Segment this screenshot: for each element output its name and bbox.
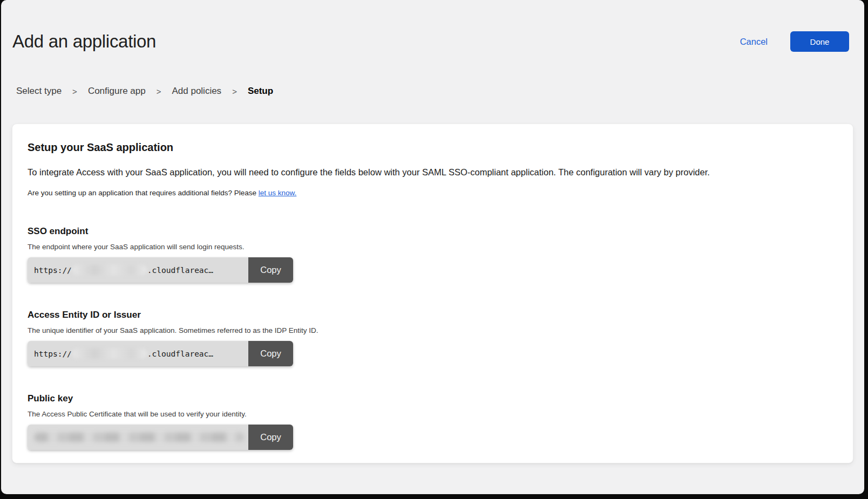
breadcrumb-step-select-type[interactable]: Select type bbox=[16, 86, 62, 97]
redacted-value bbox=[72, 348, 147, 359]
access-entity-id-section: Access Entity ID or Issuer The unique id… bbox=[28, 310, 838, 366]
setup-card: Setup your SaaS application To integrate… bbox=[12, 124, 853, 463]
card-intro-text: To integrate Access with your SaaS appli… bbox=[28, 167, 838, 177]
breadcrumb-separator: > bbox=[72, 87, 77, 96]
sso-endpoint-description: The endpoint where your SaaS application… bbox=[28, 243, 838, 251]
access-entity-id-label: Access Entity ID or Issuer bbox=[28, 310, 838, 320]
sso-endpoint-section: SSO endpoint The endpoint where your Saa… bbox=[28, 226, 838, 283]
done-button[interactable]: Done bbox=[790, 31, 849, 52]
breadcrumb: Select type > Configure app > Add polici… bbox=[16, 86, 864, 97]
public-key-value bbox=[28, 425, 248, 450]
card-note: Are you setting up an application that r… bbox=[28, 189, 838, 197]
page-header: Add an application Cancel Done bbox=[1, 0, 864, 52]
access-entity-id-value-row: https:// .cloudflareac… Copy bbox=[28, 341, 293, 366]
card-note-text: Are you setting up an application that r… bbox=[28, 189, 259, 197]
value-suffix: .cloudflareac… bbox=[147, 350, 213, 358]
cancel-button[interactable]: Cancel bbox=[740, 37, 768, 47]
value-suffix: .cloudflareac… bbox=[147, 266, 213, 275]
redacted-value bbox=[34, 433, 245, 442]
breadcrumb-step-configure-app[interactable]: Configure app bbox=[88, 86, 146, 97]
app-window: Add an application Cancel Done Select ty… bbox=[1, 0, 864, 494]
sso-endpoint-copy-button[interactable]: Copy bbox=[248, 257, 293, 283]
breadcrumb-separator: > bbox=[157, 87, 161, 96]
value-prefix: https:// bbox=[34, 350, 72, 358]
breadcrumb-separator: > bbox=[232, 87, 237, 96]
public-key-value-row: Copy bbox=[28, 425, 293, 450]
access-entity-id-copy-button[interactable]: Copy bbox=[248, 341, 293, 366]
sso-endpoint-label: SSO endpoint bbox=[28, 226, 838, 237]
redacted-value bbox=[72, 265, 147, 275]
card-heading: Setup your SaaS application bbox=[28, 141, 838, 154]
access-entity-id-value: https:// .cloudflareac… bbox=[28, 341, 248, 366]
breadcrumb-step-add-policies[interactable]: Add policies bbox=[172, 86, 221, 97]
access-entity-id-description: The unique identifier of your SaaS appli… bbox=[28, 326, 838, 334]
public-key-copy-button[interactable]: Copy bbox=[248, 425, 293, 450]
header-actions: Cancel Done bbox=[740, 31, 849, 52]
let-us-know-link[interactable]: let us know. bbox=[259, 189, 297, 197]
sso-endpoint-value: https:// .cloudflareac… bbox=[28, 257, 248, 283]
sso-endpoint-value-row: https:// .cloudflareac… Copy bbox=[28, 257, 293, 283]
page-title: Add an application bbox=[12, 31, 156, 52]
value-prefix: https:// bbox=[34, 266, 72, 275]
breadcrumb-step-setup: Setup bbox=[248, 86, 273, 97]
public-key-label: Public key bbox=[28, 393, 838, 404]
public-key-description: The Access Public Certificate that will … bbox=[28, 410, 838, 418]
public-key-section: Public key The Access Public Certificate… bbox=[28, 393, 838, 450]
